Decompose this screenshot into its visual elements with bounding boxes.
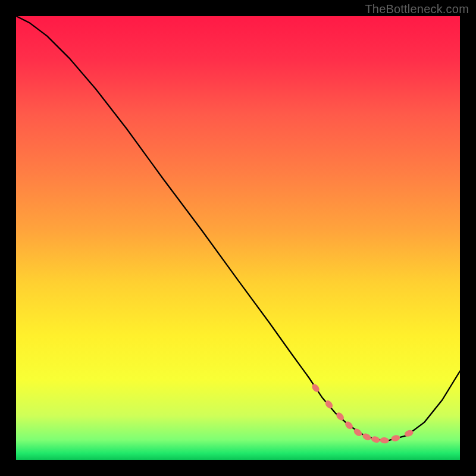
chart-frame: TheBottleneck.com (0, 0, 476, 476)
plot-area (16, 16, 460, 460)
bottleneck-curve (16, 16, 460, 440)
watermark-label: TheBottleneck.com (365, 2, 469, 16)
highlight-dot (390, 434, 400, 442)
highlight-dot (371, 436, 381, 444)
highlight-dot (311, 383, 321, 393)
highlight-dot (361, 432, 372, 441)
curve-layer (16, 16, 460, 460)
highlight-dot (380, 437, 389, 444)
